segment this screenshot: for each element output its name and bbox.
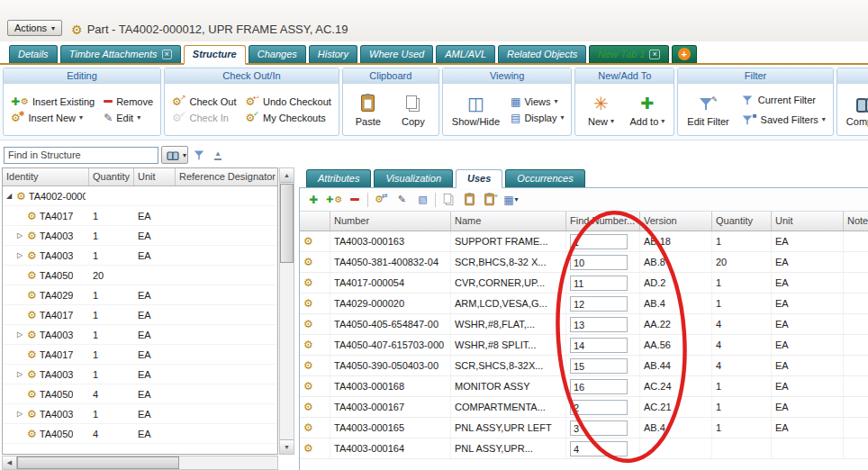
close-tab-icon[interactable]: × bbox=[649, 50, 659, 59]
tree-row[interactable]: ⚙TA40171EA bbox=[3, 206, 277, 226]
tab-structure[interactable]: Structure bbox=[184, 45, 246, 65]
find-number-field[interactable]: 12 bbox=[570, 296, 628, 312]
tree-row[interactable]: ⚙TA40291EA bbox=[3, 285, 277, 305]
new-button[interactable]: ✳New▾ bbox=[580, 92, 621, 128]
saved-filters-button[interactable]: ■Saved Filters▾ bbox=[737, 112, 828, 128]
column-header-unit[interactable]: Unit bbox=[772, 212, 844, 230]
find-number-field[interactable]: 11 bbox=[570, 276, 628, 291]
find-number-field[interactable]: 3 bbox=[570, 420, 628, 436]
column-header-identity[interactable]: Identity bbox=[3, 168, 89, 185]
expand-icon[interactable]: ▷ bbox=[17, 370, 27, 378]
uses-row[interactable]: ⚙TA4029-000020ARM,LCD,VESA,G...12AB.41EA bbox=[300, 294, 868, 314]
column-header-quantity[interactable]: Quantity bbox=[89, 168, 134, 185]
close-tab-icon[interactable]: × bbox=[162, 50, 172, 59]
undo-checkout-button[interactable]: ⚙↩Undo Checkout bbox=[243, 95, 334, 108]
remove-button[interactable] bbox=[347, 192, 363, 208]
expand-icon[interactable]: ▷ bbox=[17, 330, 27, 339]
uses-row[interactable]: ⚙TA4003-000168MONITOR ASSY16AC.241EA bbox=[300, 376, 868, 397]
tab-changes[interactable]: Changes bbox=[249, 45, 306, 63]
filter-structure-icon[interactable] bbox=[191, 147, 207, 163]
column-header-find-number[interactable]: Find Number... bbox=[566, 212, 640, 230]
copy-button[interactable]: Copy bbox=[393, 92, 434, 128]
edit-filter-button[interactable]: ✎Edit Filter bbox=[683, 92, 733, 128]
insert-new-button[interactable]: ⚙✱Insert New▾ bbox=[8, 112, 97, 124]
tree-row[interactable]: ▷⚙TA40031EA bbox=[3, 365, 277, 384]
tab-details[interactable]: Details bbox=[9, 45, 58, 63]
tree-row[interactable]: ⚙TA40504EA bbox=[3, 424, 277, 444]
find-number-field[interactable]: 15 bbox=[570, 358, 628, 374]
edit-row-button[interactable]: ✎ bbox=[393, 192, 410, 208]
insert-existing-button[interactable]: ✚⚙Insert Existing bbox=[8, 95, 97, 108]
find-in-structure-input[interactable] bbox=[4, 147, 158, 164]
subtab-occurrences[interactable]: Occurrences bbox=[505, 169, 584, 187]
remove-button[interactable]: Remove bbox=[101, 95, 156, 108]
find-number-field[interactable]: 2 bbox=[570, 400, 628, 415]
tab-add[interactable]: + bbox=[672, 45, 697, 63]
display-button[interactable]: ▤Display▾ bbox=[508, 112, 566, 124]
subtab-uses[interactable]: Uses bbox=[456, 169, 502, 188]
uses-row[interactable]: ⚙TA4050-407-615703-000WSHR,#8 SPLIT...14… bbox=[300, 335, 868, 356]
tab-timbre-attachments[interactable]: Timbre Attachments× bbox=[60, 45, 181, 63]
tree-row[interactable]: ▷⚙TA40031EA bbox=[3, 226, 277, 246]
tree-horizontal-scrollbar[interactable]: ◀ bbox=[2, 456, 278, 470]
find-number-field[interactable]: 1 bbox=[570, 234, 628, 249]
tree-row[interactable]: ⚙TA405020 bbox=[3, 266, 277, 285]
column-header-version[interactable]: Version bbox=[640, 212, 712, 230]
uses-row[interactable]: ⚙TA4050-390-050403-00SCR,SHCS,8-32X...15… bbox=[300, 356, 868, 376]
tab-history[interactable]: History bbox=[309, 45, 357, 63]
column-header-reference-designator[interactable]: Reference Designator bbox=[176, 168, 277, 185]
uses-row[interactable]: ⚙TA4050-381-400832-04SCR,BHCS,8-32 X...1… bbox=[300, 252, 868, 273]
add-to-button[interactable]: ✚Add to▾ bbox=[625, 92, 669, 128]
tree-row[interactable]: ▷⚙TA40031EA bbox=[3, 246, 277, 266]
uses-row[interactable]: ⚙TA4003-000167COMPARTMENTA...2AC.211EA bbox=[300, 397, 868, 418]
subtab-visualization[interactable]: Visualization bbox=[374, 169, 453, 187]
current-filter-button[interactable]: Current Filter bbox=[737, 92, 828, 108]
show-hide-button[interactable]: ◫Show/Hide bbox=[448, 92, 504, 128]
expand-icon[interactable]: ▷ bbox=[17, 251, 27, 259]
actions-button[interactable]: Actions ▾ bbox=[7, 20, 62, 36]
scroll-down-icon[interactable]: ▼ bbox=[280, 439, 294, 454]
my-checkouts-button[interactable]: ⚙✓My Checkouts bbox=[243, 112, 334, 124]
uses-row[interactable]: ⚙TA4003-000163SUPPORT FRAME...1AB.181EA bbox=[300, 231, 868, 252]
find-number-field[interactable]: 14 bbox=[570, 338, 628, 353]
column-header-number[interactable]: Number bbox=[330, 212, 451, 230]
tree-row[interactable]: ⚙TA40171EA bbox=[3, 345, 277, 365]
check-in-button[interactable]: ⚙↙Check In bbox=[169, 112, 239, 124]
export-button[interactable]: ▦▾ bbox=[502, 192, 519, 208]
tree-row[interactable]: ⚙TA40171EA bbox=[3, 305, 277, 325]
tree-row[interactable]: ▷⚙TA40031EA bbox=[3, 404, 277, 424]
column-header-quantity[interactable]: Quantity bbox=[712, 212, 772, 230]
tab-new-tab-1[interactable]: New Tab 1× bbox=[589, 45, 668, 63]
tree-row[interactable]: ⚙TA40504EA bbox=[3, 384, 277, 404]
expand-icon[interactable]: ▷ bbox=[17, 410, 27, 418]
find-number-field[interactable]: 13 bbox=[570, 317, 628, 332]
scroll-up-icon[interactable]: ▲ bbox=[280, 168, 294, 183]
find-number-field[interactable]: 16 bbox=[570, 379, 628, 394]
scroll-left-icon[interactable]: ◀ bbox=[3, 456, 17, 469]
subtab-attributes[interactable]: Attributes bbox=[306, 169, 371, 187]
column-header-notes[interactable]: Notes bbox=[844, 212, 868, 230]
column-header-unit[interactable]: Unit bbox=[134, 168, 176, 185]
find-search-button[interactable]: ▾ bbox=[161, 146, 188, 164]
uses-row[interactable]: ⚙TA4003-000164PNL ASSY,UPR...4 bbox=[300, 438, 868, 459]
uses-row[interactable]: ⚙TA4050-405-654847-00WSHR,#8,FLAT,...13A… bbox=[300, 314, 868, 335]
paste-sm-button[interactable] bbox=[461, 192, 477, 208]
uses-row[interactable]: ⚙TA4003-000165PNL ASSY,UPR LEFT3AB.41EA bbox=[300, 418, 868, 438]
tab-where-used[interactable]: Where Used bbox=[360, 45, 433, 63]
paste-special-button[interactable]: + bbox=[482, 192, 498, 208]
tree-row[interactable]: ◢⚙TA4002-000012 bbox=[3, 186, 277, 206]
expand-icon[interactable]: ▷ bbox=[17, 231, 27, 240]
check-out-button[interactable]: ⚙↗Check Out bbox=[169, 95, 239, 108]
views-button[interactable]: ▦Views▾ bbox=[508, 95, 566, 108]
add-existing-button[interactable]: ✚⚙ bbox=[326, 192, 342, 208]
paste-button[interactable]: Paste bbox=[348, 92, 389, 128]
duplicate-button[interactable]: ▧ bbox=[414, 192, 430, 208]
find-number-field[interactable]: 10 bbox=[570, 255, 628, 270]
edit-button[interactable]: ✎Edit▾ bbox=[101, 112, 156, 124]
tree-row[interactable]: ▷⚙TA40031EA bbox=[3, 325, 277, 345]
uses-row[interactable]: ⚙TA4017-000054CVR,CORNER,UP...11AD.21EA bbox=[300, 273, 868, 294]
tab-aml-avl[interactable]: AML/AVL bbox=[436, 45, 495, 63]
replace-button[interactable]: ⚙⇄ bbox=[373, 192, 389, 208]
collapse-icon[interactable]: ◢ bbox=[6, 192, 16, 200]
compare-button[interactable]: Compare bbox=[842, 92, 868, 128]
